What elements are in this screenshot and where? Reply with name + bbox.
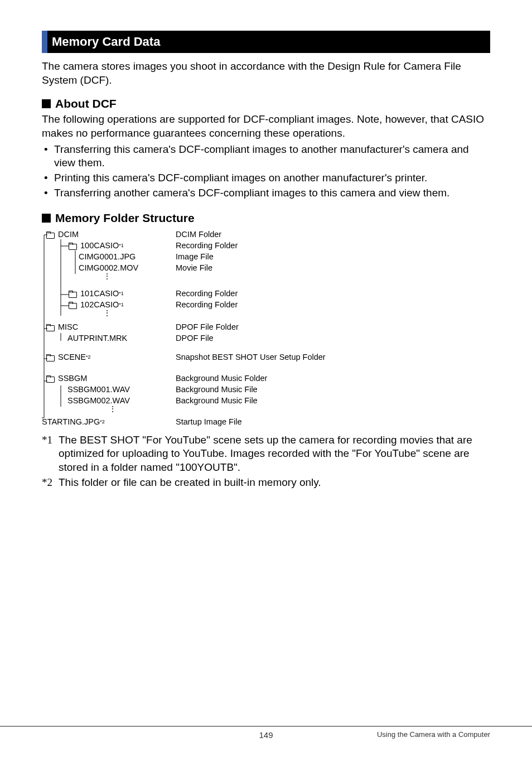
bullet-list: •Transferring this camera's DCF-complian… bbox=[42, 143, 490, 200]
tree-name: SSBGM002.WAV bbox=[67, 397, 130, 405]
tree-name: AUTPRINT.MRK bbox=[67, 334, 127, 343]
tree-desc: Image File bbox=[176, 253, 214, 261]
page-number: 149 bbox=[259, 730, 273, 740]
footnote-text: The BEST SHOT "For YouTube" scene sets u… bbox=[59, 433, 490, 475]
bullet-text: Printing this camera's DCF-compliant ima… bbox=[54, 171, 427, 185]
footnote-text: This folder or file can be created in bu… bbox=[59, 476, 321, 490]
tree-desc: Background Music File bbox=[176, 385, 258, 394]
folder-icon bbox=[69, 291, 77, 297]
footnote-mark: *1 bbox=[42, 433, 59, 475]
tree-row-ssbgm: SSBGM Background Music Folder bbox=[42, 373, 490, 384]
tree-name: SSBGM001.WAV bbox=[67, 385, 130, 394]
bullet-icon: • bbox=[42, 186, 54, 200]
tree-desc: Movie File bbox=[176, 264, 212, 272]
tree-desc: DPOF File bbox=[176, 334, 214, 343]
page-footer: 149 Using the Camera with a Computer bbox=[0, 726, 532, 741]
tree-name: STARTING.JPG bbox=[42, 418, 100, 426]
tree-sup: *1 bbox=[119, 243, 124, 248]
tree-desc: Background Music File bbox=[176, 397, 258, 405]
folder-tree: DCIM DCIM Folder 100CASIO *1 Recording F… bbox=[42, 229, 490, 428]
folder-icon bbox=[69, 302, 77, 308]
folder-icon bbox=[69, 243, 77, 249]
tree-name: CIMG0001.JPG bbox=[79, 253, 136, 261]
memory-folder-structure-heading: Memory Folder Structure bbox=[42, 211, 490, 225]
vertical-dots-icon: ⋮ bbox=[42, 311, 490, 319]
intro-text: The camera stores images you shoot in ac… bbox=[42, 60, 490, 87]
tree-row-ssbgm001: SSBGM001.WAV Background Music File bbox=[42, 384, 490, 396]
bullet-icon: • bbox=[42, 143, 54, 170]
tree-row-autprint: AUTPRINT.MRK DPOF File bbox=[42, 333, 490, 344]
tree-name: 100CASIO bbox=[80, 242, 119, 250]
vertical-dots-icon: ⋮ bbox=[42, 407, 490, 414]
square-bullet-icon bbox=[42, 214, 51, 223]
square-bullet-icon bbox=[42, 99, 51, 108]
tree-name: DCIM bbox=[58, 230, 79, 239]
tree-desc: Recording Folder bbox=[176, 301, 238, 309]
folder-icon bbox=[46, 232, 55, 238]
bullet-text: Transferring this camera's DCF-compliant… bbox=[54, 143, 490, 170]
tree-desc: DPOF File Folder bbox=[176, 323, 239, 331]
tree-row-starting: STARTING.JPG *2 Startup Image File bbox=[42, 417, 490, 428]
tree-desc: Recording Folder bbox=[176, 290, 238, 298]
tree-desc: DCIM Folder bbox=[176, 230, 221, 239]
footnote-1: *1 The BEST SHOT "For YouTube" scene set… bbox=[42, 433, 490, 475]
footnote-2: *2 This folder or file can be created in… bbox=[42, 476, 490, 490]
tree-row-101casio: 101CASIO *1 Recording Folder bbox=[42, 288, 490, 300]
tree-name: MISC bbox=[58, 323, 78, 331]
about-dcf-heading-text: About DCF bbox=[55, 97, 117, 110]
tree-row-cimg0001: CIMG0001.JPG Image File bbox=[42, 252, 490, 263]
tree-name: SSBGM bbox=[58, 374, 87, 383]
list-item: •Transferring another camera's DCF-compl… bbox=[42, 186, 490, 200]
folder-icon bbox=[46, 375, 55, 382]
tree-row-cimg0002: CIMG0002.MOV Movie File bbox=[42, 263, 490, 274]
tree-name: 101CASIO bbox=[80, 290, 119, 298]
tree-name: SCENE bbox=[58, 353, 86, 361]
footnote-mark: *2 bbox=[42, 476, 59, 490]
tree-sup: *2 bbox=[100, 420, 105, 425]
tree-sup: *2 bbox=[86, 355, 91, 360]
footnotes: *1 The BEST SHOT "For YouTube" scene set… bbox=[42, 433, 490, 490]
tree-row-misc: MISC DPOF File Folder bbox=[42, 322, 490, 333]
tree-sup: *1 bbox=[119, 302, 124, 307]
tree-desc: Recording Folder bbox=[176, 242, 238, 250]
list-item: •Transferring this camera's DCF-complian… bbox=[42, 143, 490, 170]
bullet-text: Transferring another camera's DCF-compli… bbox=[54, 186, 449, 200]
about-dcf-heading: About DCF bbox=[42, 97, 490, 110]
footer-chapter-text: Using the Camera with a Computer bbox=[377, 730, 490, 739]
bullet-icon: • bbox=[42, 171, 54, 185]
tree-row-102casio: 102CASIO *1 Recording Folder bbox=[42, 300, 490, 311]
tree-name: CIMG0002.MOV bbox=[79, 264, 138, 272]
tree-name: 102CASIO bbox=[80, 301, 119, 309]
mfs-heading-text: Memory Folder Structure bbox=[55, 211, 195, 225]
tree-row-ssbgm002: SSBGM002.WAV Background Music File bbox=[42, 396, 490, 407]
about-dcf-text: The following operations are supported f… bbox=[42, 113, 490, 140]
folder-icon bbox=[46, 354, 55, 361]
tree-sup: *1 bbox=[119, 291, 124, 296]
vertical-dots-icon: ⋮ bbox=[42, 274, 490, 282]
tree-row-scene: SCENE *2 Snapshot BEST SHOT User Setup F… bbox=[42, 352, 490, 363]
folder-icon bbox=[46, 324, 55, 331]
list-item: •Printing this camera's DCF-compliant im… bbox=[42, 171, 490, 185]
tree-desc: Snapshot BEST SHOT User Setup Folder bbox=[176, 353, 326, 361]
tree-row-dcim: DCIM DCIM Folder bbox=[42, 229, 490, 240]
section-header: Memory Card Data bbox=[42, 31, 490, 53]
tree-row-100casio: 100CASIO *1 Recording Folder bbox=[42, 240, 490, 252]
tree-desc: Background Music Folder bbox=[176, 374, 267, 383]
tree-desc: Startup Image File bbox=[176, 418, 241, 426]
